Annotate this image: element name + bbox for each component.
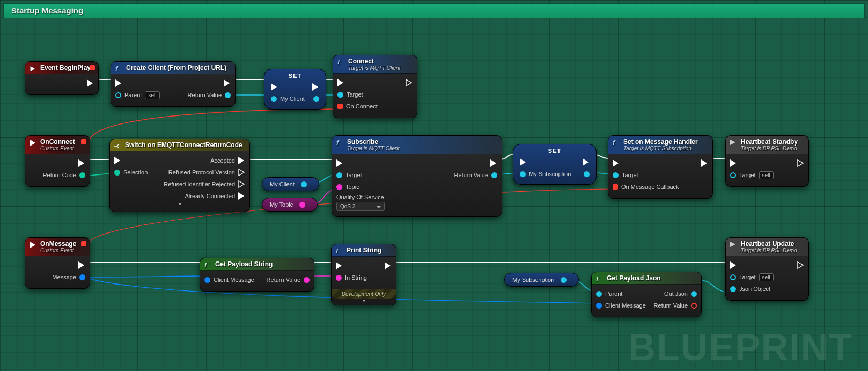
self-value[interactable]: self: [145, 91, 160, 99]
self-value[interactable]: self: [759, 273, 774, 281]
return-value-pin[interactable]: [304, 277, 310, 283]
exec-out-pin[interactable]: [406, 79, 413, 86]
node-title: Create Client (From Project URL): [126, 64, 226, 71]
comment-banner[interactable]: Startup Messaging: [3, 3, 865, 18]
svg-marker-6: [312, 83, 318, 91]
exec-in-pin[interactable]: [730, 159, 737, 167]
pure-function-icon: f: [595, 275, 604, 283]
node-subscribe[interactable]: f Subscribe Target is MQTT Client Target…: [332, 135, 502, 217]
message-pin[interactable]: [79, 274, 85, 280]
target-pin[interactable]: [613, 172, 619, 178]
var-in-pin[interactable]: [271, 96, 277, 102]
outjson-pin[interactable]: [691, 291, 697, 297]
exec-out-pin[interactable]: [78, 261, 85, 269]
qos-dropdown[interactable]: QoS 2: [336, 202, 385, 211]
pure-function-icon: f: [203, 261, 212, 270]
exec-in-pin[interactable]: [114, 157, 121, 164]
var-out-pin[interactable]: [299, 202, 305, 208]
svg-marker-11: [78, 159, 84, 167]
node-onmessage[interactable]: OnMessage Custom Event Message: [25, 237, 90, 289]
topic-pin[interactable]: [336, 184, 342, 190]
exec-in-pin[interactable]: [336, 262, 343, 270]
exec-in-pin[interactable]: [730, 261, 737, 269]
expand-toggle[interactable]: ▾: [114, 202, 245, 206]
target-pin[interactable]: [730, 274, 736, 280]
json-object-pin[interactable]: [730, 286, 736, 292]
client-message-pin[interactable]: [596, 303, 602, 309]
case-refused-protocol-pin[interactable]: [238, 169, 245, 176]
node-set-myclient[interactable]: SET My Client: [264, 69, 326, 110]
target-pin[interactable]: [730, 172, 736, 178]
exec-in-pin[interactable]: [336, 159, 343, 167]
exec-out-pin[interactable]: [490, 159, 497, 167]
case-already-connected-pin[interactable]: [238, 192, 245, 200]
returncode-pin[interactable]: [79, 172, 85, 178]
instring-pin[interactable]: [336, 275, 342, 281]
exec-out-pin[interactable]: [87, 79, 94, 87]
switch-icon: [113, 142, 122, 150]
event-call-icon: [729, 241, 738, 249]
node-get-payload-string[interactable]: f Get Payload String Client Message Retu…: [200, 258, 314, 292]
svg-marker-15: [239, 181, 244, 187]
var-out-pin[interactable]: [584, 171, 590, 177]
target-pin[interactable]: [336, 172, 342, 178]
exec-out-pin[interactable]: [797, 261, 804, 269]
self-value[interactable]: self: [759, 171, 774, 179]
exec-in-pin[interactable]: [115, 79, 122, 87]
var-myclient[interactable]: My Client: [262, 177, 319, 191]
node-heartbeat-standby[interactable]: Heartbeat Standby Target is BP PSL Demo …: [725, 135, 809, 187]
svg-marker-9: [406, 79, 411, 86]
delegate-pin[interactable]: [81, 139, 86, 144]
exec-out-pin[interactable]: [312, 83, 319, 91]
var-out-pin[interactable]: [301, 181, 307, 187]
client-message-pin[interactable]: [204, 277, 210, 283]
exec-out-pin[interactable]: [224, 79, 231, 87]
exec-in-pin[interactable]: [337, 79, 344, 86]
case-accepted-pin[interactable]: [238, 157, 245, 164]
node-connect[interactable]: f Connect Target is MQTT Client Target O…: [333, 55, 417, 118]
exec-in-pin[interactable]: [613, 159, 620, 167]
delegate-pin[interactable]: [81, 241, 86, 246]
node-subtitle: Custom Event: [40, 146, 85, 151]
node-set-message-handler[interactable]: f Set on Message Handler Target is MQTT …: [608, 135, 713, 199]
node-print-string[interactable]: f Print String In String Development Onl…: [331, 244, 396, 305]
node-switch-returncode[interactable]: Switch on EMQTTConnectReturnCode Accepte…: [109, 139, 250, 212]
exec-out-pin[interactable]: [701, 159, 708, 167]
var-out-pin[interactable]: [561, 277, 567, 283]
node-onconnect[interactable]: OnConnect Custom Event Return Code: [25, 135, 90, 187]
node-title: Print String: [347, 246, 381, 254]
exec-out-pin[interactable]: [385, 262, 392, 270]
onconnect-delegate-pin[interactable]: [337, 104, 343, 109]
function-icon: f: [336, 58, 345, 67]
return-value-pin[interactable]: [491, 172, 497, 178]
expand-toggle[interactable]: ▾: [332, 299, 396, 305]
onmessage-callback-pin[interactable]: [613, 184, 618, 190]
target-pin[interactable]: [337, 92, 343, 98]
selection-pin[interactable]: [114, 170, 120, 176]
exec-out-pin[interactable]: [797, 159, 804, 167]
function-icon: f: [335, 139, 344, 147]
exec-out-pin[interactable]: [583, 158, 590, 166]
parent-pin[interactable]: [115, 92, 121, 98]
exec-in-pin[interactable]: [520, 158, 527, 166]
var-out-pin[interactable]: [313, 96, 319, 102]
return-value-pin[interactable]: [691, 303, 697, 309]
comment-title: Startup Messaging: [11, 6, 83, 15]
node-create-client[interactable]: f Create Client (From Project URL) Paren…: [111, 61, 236, 107]
exec-in-pin[interactable]: [271, 83, 278, 91]
parent-pin[interactable]: [596, 291, 602, 297]
case-refused-id-pin[interactable]: [238, 180, 245, 188]
var-label: My Client: [270, 178, 295, 191]
return-value-pin[interactable]: [225, 92, 231, 98]
var-mysubscription[interactable]: My Subscription: [504, 273, 579, 287]
node-set-mysubscription[interactable]: SET My Subscription: [513, 144, 597, 185]
svg-text:f: f: [336, 247, 339, 254]
delegate-pin[interactable]: [90, 65, 95, 70]
node-event-beginplay[interactable]: Event BeginPlay: [25, 61, 99, 95]
var-in-pin[interactable]: [520, 171, 526, 177]
node-title: OnConnect: [40, 138, 75, 146]
var-mytopic[interactable]: My Topic: [262, 198, 318, 212]
node-get-payload-json[interactable]: f Get Payload Json Parent Out Json Clien…: [591, 272, 702, 317]
exec-out-pin[interactable]: [78, 159, 85, 167]
node-heartbeat-update[interactable]: Heartbeat Update Target is BP PSL Demo T…: [725, 237, 809, 301]
